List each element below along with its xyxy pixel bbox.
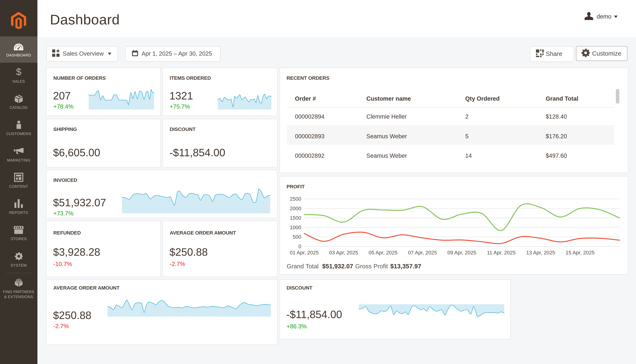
svg-text:03 Apr, 2025: 03 Apr, 2025 bbox=[329, 250, 358, 256]
svg-text:13 Apr, 2025: 13 Apr, 2025 bbox=[526, 250, 555, 256]
svg-text:$: $ bbox=[16, 68, 21, 77]
svg-text:2000: 2000 bbox=[290, 206, 301, 211]
svg-text:09 Apr, 2025: 09 Apr, 2025 bbox=[447, 250, 476, 256]
svg-text:2500: 2500 bbox=[290, 196, 301, 202]
svg-text:07 Apr, 2025: 07 Apr, 2025 bbox=[408, 250, 437, 256]
svg-text:05 Apr, 2025: 05 Apr, 2025 bbox=[368, 250, 397, 256]
svg-text:500: 500 bbox=[293, 234, 301, 240]
svg-text:11 Apr, 2025: 11 Apr, 2025 bbox=[487, 250, 515, 256]
svg-text:01 Apr, 2025: 01 Apr, 2025 bbox=[290, 250, 319, 256]
svg-text:1000: 1000 bbox=[290, 224, 301, 230]
svg-text:1500: 1500 bbox=[290, 215, 301, 221]
svg-text:0: 0 bbox=[298, 244, 301, 249]
svg-text:15 Apr, 2025: 15 Apr, 2025 bbox=[565, 250, 594, 256]
